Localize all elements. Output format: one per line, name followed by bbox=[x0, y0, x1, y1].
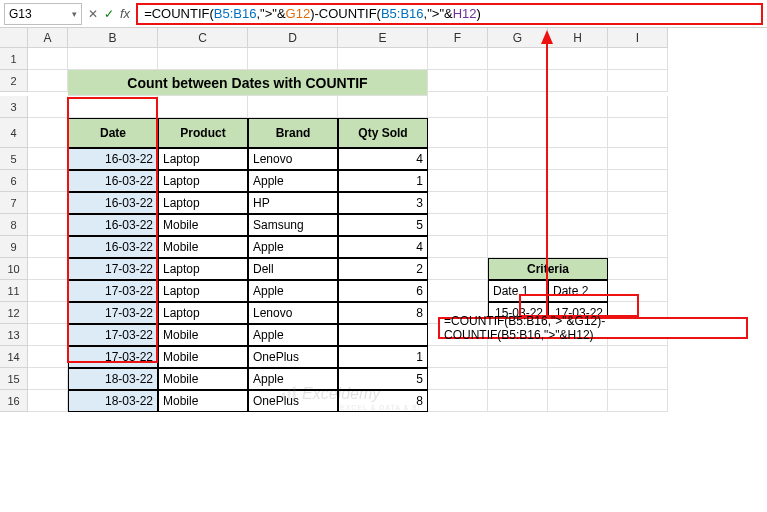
cell[interactable] bbox=[248, 48, 338, 70]
brand-cell[interactable]: Apple bbox=[248, 236, 338, 258]
cell[interactable] bbox=[608, 96, 668, 118]
cell[interactable] bbox=[428, 170, 488, 192]
cell[interactable] bbox=[338, 96, 428, 118]
qty-cell[interactable]: 4 bbox=[338, 148, 428, 170]
brand-cell[interactable]: Apple bbox=[248, 280, 338, 302]
cell[interactable] bbox=[428, 280, 488, 302]
cell[interactable] bbox=[28, 258, 68, 280]
date-cell[interactable]: 16-03-22 bbox=[68, 148, 158, 170]
cell[interactable] bbox=[28, 192, 68, 214]
cell[interactable] bbox=[28, 214, 68, 236]
row-header[interactable]: 15 bbox=[0, 368, 28, 390]
cell[interactable] bbox=[428, 258, 488, 280]
row-header[interactable]: 10 bbox=[0, 258, 28, 280]
cell[interactable] bbox=[428, 368, 488, 390]
cell[interactable] bbox=[608, 48, 668, 70]
cell[interactable] bbox=[428, 192, 488, 214]
product-cell[interactable]: Mobile bbox=[158, 324, 248, 346]
cell[interactable] bbox=[28, 302, 68, 324]
cell[interactable] bbox=[28, 148, 68, 170]
header-product[interactable]: Product bbox=[158, 118, 248, 148]
cell[interactable] bbox=[428, 390, 488, 412]
product-cell[interactable]: Mobile bbox=[158, 368, 248, 390]
cell[interactable] bbox=[548, 70, 608, 92]
product-cell[interactable]: Laptop bbox=[158, 148, 248, 170]
row-header[interactable]: 12 bbox=[0, 302, 28, 324]
cell[interactable] bbox=[608, 170, 668, 192]
row-header[interactable]: 13 bbox=[0, 324, 28, 346]
cell[interactable] bbox=[488, 148, 548, 170]
product-cell[interactable]: Laptop bbox=[158, 170, 248, 192]
select-all-corner[interactable] bbox=[0, 28, 28, 48]
cell[interactable] bbox=[428, 346, 488, 368]
date-cell[interactable]: 17-03-22 bbox=[68, 280, 158, 302]
cell[interactable] bbox=[488, 368, 548, 390]
col-header[interactable]: G bbox=[488, 28, 548, 48]
cell[interactable] bbox=[548, 48, 608, 70]
cell[interactable] bbox=[428, 96, 488, 118]
col-header[interactable]: E bbox=[338, 28, 428, 48]
cell[interactable] bbox=[158, 96, 248, 118]
cell[interactable] bbox=[608, 70, 668, 92]
criteria-label-2[interactable]: Date 2 bbox=[548, 280, 608, 302]
row-header[interactable]: 8 bbox=[0, 214, 28, 236]
date-cell[interactable]: 16-03-22 bbox=[68, 170, 158, 192]
col-header[interactable]: F bbox=[428, 28, 488, 48]
cell[interactable] bbox=[28, 236, 68, 258]
cell[interactable] bbox=[608, 148, 668, 170]
spreadsheet-grid[interactable]: A B C D E F G H I 1 2 Count between Date… bbox=[0, 28, 767, 412]
cell[interactable] bbox=[488, 118, 548, 148]
product-cell[interactable]: Mobile bbox=[158, 390, 248, 412]
date-cell[interactable]: 17-03-22 bbox=[68, 346, 158, 368]
product-cell[interactable]: Mobile bbox=[158, 236, 248, 258]
date-cell[interactable]: 17-03-22 bbox=[68, 258, 158, 280]
brand-cell[interactable]: Lenovo bbox=[248, 302, 338, 324]
brand-cell[interactable]: HP bbox=[248, 192, 338, 214]
cell[interactable] bbox=[428, 118, 488, 148]
row-header[interactable]: 16 bbox=[0, 390, 28, 412]
cell[interactable] bbox=[28, 118, 68, 148]
date-cell[interactable]: 17-03-22 bbox=[68, 324, 158, 346]
cancel-icon[interactable]: ✕ bbox=[88, 7, 98, 21]
brand-cell[interactable]: Samsung bbox=[248, 214, 338, 236]
cell[interactable] bbox=[28, 346, 68, 368]
brand-cell[interactable]: Dell bbox=[248, 258, 338, 280]
header-date[interactable]: Date bbox=[68, 118, 158, 148]
cell[interactable] bbox=[28, 280, 68, 302]
cell[interactable] bbox=[548, 214, 608, 236]
cell[interactable] bbox=[548, 192, 608, 214]
cell[interactable] bbox=[488, 48, 548, 70]
cell[interactable] bbox=[428, 48, 488, 70]
qty-cell[interactable]: 4 bbox=[338, 236, 428, 258]
col-header[interactable]: A bbox=[28, 28, 68, 48]
cell[interactable] bbox=[548, 368, 608, 390]
qty-cell[interactable]: 1 bbox=[338, 170, 428, 192]
cell[interactable] bbox=[428, 148, 488, 170]
cell[interactable] bbox=[608, 390, 668, 412]
row-header[interactable]: 11 bbox=[0, 280, 28, 302]
cell[interactable] bbox=[248, 96, 338, 118]
cell[interactable] bbox=[608, 258, 668, 280]
header-brand[interactable]: Brand bbox=[248, 118, 338, 148]
row-header[interactable]: 3 bbox=[0, 96, 28, 118]
qty-cell[interactable]: 3 bbox=[338, 192, 428, 214]
cell[interactable] bbox=[28, 96, 68, 118]
title-cell[interactable]: Count between Dates with COUNTIF bbox=[68, 70, 428, 96]
cell[interactable] bbox=[28, 48, 68, 70]
cell[interactable] bbox=[548, 390, 608, 412]
cell[interactable] bbox=[488, 96, 548, 118]
brand-cell[interactable]: Apple bbox=[248, 324, 338, 346]
col-header[interactable]: B bbox=[68, 28, 158, 48]
row-header[interactable]: 9 bbox=[0, 236, 28, 258]
cell[interactable] bbox=[608, 346, 668, 368]
cell[interactable] bbox=[68, 96, 158, 118]
col-header[interactable]: H bbox=[548, 28, 608, 48]
cell[interactable] bbox=[548, 96, 608, 118]
header-qty[interactable]: Qty Sold bbox=[338, 118, 428, 148]
cell[interactable] bbox=[28, 324, 68, 346]
cell[interactable] bbox=[28, 368, 68, 390]
qty-cell[interactable] bbox=[338, 324, 428, 346]
cell[interactable] bbox=[28, 70, 68, 92]
cell[interactable] bbox=[428, 236, 488, 258]
row-header[interactable]: 7 bbox=[0, 192, 28, 214]
